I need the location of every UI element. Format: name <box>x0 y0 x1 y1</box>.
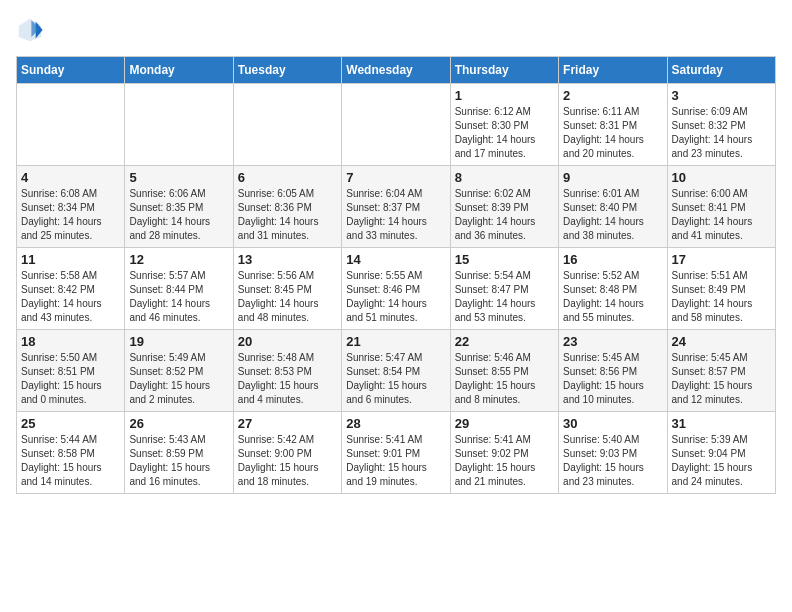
day-info: Sunrise: 5:47 AM Sunset: 8:54 PM Dayligh… <box>346 351 445 407</box>
calendar-cell: 29Sunrise: 5:41 AM Sunset: 9:02 PM Dayli… <box>450 412 558 494</box>
calendar-cell: 15Sunrise: 5:54 AM Sunset: 8:47 PM Dayli… <box>450 248 558 330</box>
day-info: Sunrise: 6:02 AM Sunset: 8:39 PM Dayligh… <box>455 187 554 243</box>
calendar-cell: 22Sunrise: 5:46 AM Sunset: 8:55 PM Dayli… <box>450 330 558 412</box>
day-number: 25 <box>21 416 120 431</box>
calendar-cell: 9Sunrise: 6:01 AM Sunset: 8:40 PM Daylig… <box>559 166 667 248</box>
day-number: 28 <box>346 416 445 431</box>
day-info: Sunrise: 5:43 AM Sunset: 8:59 PM Dayligh… <box>129 433 228 489</box>
day-info: Sunrise: 5:58 AM Sunset: 8:42 PM Dayligh… <box>21 269 120 325</box>
day-number: 24 <box>672 334 771 349</box>
weekday-header-friday: Friday <box>559 57 667 84</box>
day-number: 18 <box>21 334 120 349</box>
calendar-week-3: 11Sunrise: 5:58 AM Sunset: 8:42 PM Dayli… <box>17 248 776 330</box>
day-info: Sunrise: 6:05 AM Sunset: 8:36 PM Dayligh… <box>238 187 337 243</box>
day-number: 30 <box>563 416 662 431</box>
day-number: 29 <box>455 416 554 431</box>
day-number: 21 <box>346 334 445 349</box>
day-info: Sunrise: 6:06 AM Sunset: 8:35 PM Dayligh… <box>129 187 228 243</box>
calendar-cell: 8Sunrise: 6:02 AM Sunset: 8:39 PM Daylig… <box>450 166 558 248</box>
day-number: 15 <box>455 252 554 267</box>
day-number: 10 <box>672 170 771 185</box>
day-info: Sunrise: 5:40 AM Sunset: 9:03 PM Dayligh… <box>563 433 662 489</box>
day-number: 12 <box>129 252 228 267</box>
day-number: 8 <box>455 170 554 185</box>
weekday-header-sunday: Sunday <box>17 57 125 84</box>
day-number: 14 <box>346 252 445 267</box>
day-number: 27 <box>238 416 337 431</box>
calendar-cell <box>17 84 125 166</box>
logo-icon <box>16 16 44 44</box>
day-info: Sunrise: 5:55 AM Sunset: 8:46 PM Dayligh… <box>346 269 445 325</box>
day-info: Sunrise: 6:04 AM Sunset: 8:37 PM Dayligh… <box>346 187 445 243</box>
day-info: Sunrise: 5:44 AM Sunset: 8:58 PM Dayligh… <box>21 433 120 489</box>
calendar-cell <box>125 84 233 166</box>
calendar-cell: 4Sunrise: 6:08 AM Sunset: 8:34 PM Daylig… <box>17 166 125 248</box>
calendar-cell: 11Sunrise: 5:58 AM Sunset: 8:42 PM Dayli… <box>17 248 125 330</box>
calendar-cell: 25Sunrise: 5:44 AM Sunset: 8:58 PM Dayli… <box>17 412 125 494</box>
calendar-week-1: 1Sunrise: 6:12 AM Sunset: 8:30 PM Daylig… <box>17 84 776 166</box>
calendar-cell: 3Sunrise: 6:09 AM Sunset: 8:32 PM Daylig… <box>667 84 775 166</box>
calendar-cell: 17Sunrise: 5:51 AM Sunset: 8:49 PM Dayli… <box>667 248 775 330</box>
day-info: Sunrise: 5:57 AM Sunset: 8:44 PM Dayligh… <box>129 269 228 325</box>
calendar-cell: 23Sunrise: 5:45 AM Sunset: 8:56 PM Dayli… <box>559 330 667 412</box>
weekday-header-tuesday: Tuesday <box>233 57 341 84</box>
day-info: Sunrise: 5:48 AM Sunset: 8:53 PM Dayligh… <box>238 351 337 407</box>
calendar-cell: 19Sunrise: 5:49 AM Sunset: 8:52 PM Dayli… <box>125 330 233 412</box>
calendar-cell: 30Sunrise: 5:40 AM Sunset: 9:03 PM Dayli… <box>559 412 667 494</box>
day-number: 22 <box>455 334 554 349</box>
day-info: Sunrise: 6:00 AM Sunset: 8:41 PM Dayligh… <box>672 187 771 243</box>
calendar-cell: 26Sunrise: 5:43 AM Sunset: 8:59 PM Dayli… <box>125 412 233 494</box>
day-info: Sunrise: 6:11 AM Sunset: 8:31 PM Dayligh… <box>563 105 662 161</box>
day-number: 4 <box>21 170 120 185</box>
day-number: 6 <box>238 170 337 185</box>
day-info: Sunrise: 6:01 AM Sunset: 8:40 PM Dayligh… <box>563 187 662 243</box>
calendar-cell: 21Sunrise: 5:47 AM Sunset: 8:54 PM Dayli… <box>342 330 450 412</box>
day-number: 3 <box>672 88 771 103</box>
day-info: Sunrise: 5:45 AM Sunset: 8:57 PM Dayligh… <box>672 351 771 407</box>
day-info: Sunrise: 6:12 AM Sunset: 8:30 PM Dayligh… <box>455 105 554 161</box>
calendar-cell: 2Sunrise: 6:11 AM Sunset: 8:31 PM Daylig… <box>559 84 667 166</box>
calendar-cell: 20Sunrise: 5:48 AM Sunset: 8:53 PM Dayli… <box>233 330 341 412</box>
day-number: 26 <box>129 416 228 431</box>
weekday-header-row: SundayMondayTuesdayWednesdayThursdayFrid… <box>17 57 776 84</box>
day-number: 1 <box>455 88 554 103</box>
day-number: 2 <box>563 88 662 103</box>
day-info: Sunrise: 5:51 AM Sunset: 8:49 PM Dayligh… <box>672 269 771 325</box>
day-number: 9 <box>563 170 662 185</box>
weekday-header-saturday: Saturday <box>667 57 775 84</box>
day-info: Sunrise: 5:52 AM Sunset: 8:48 PM Dayligh… <box>563 269 662 325</box>
calendar-cell: 27Sunrise: 5:42 AM Sunset: 9:00 PM Dayli… <box>233 412 341 494</box>
calendar-cell: 10Sunrise: 6:00 AM Sunset: 8:41 PM Dayli… <box>667 166 775 248</box>
calendar-cell: 1Sunrise: 6:12 AM Sunset: 8:30 PM Daylig… <box>450 84 558 166</box>
day-info: Sunrise: 5:42 AM Sunset: 9:00 PM Dayligh… <box>238 433 337 489</box>
calendar-cell: 18Sunrise: 5:50 AM Sunset: 8:51 PM Dayli… <box>17 330 125 412</box>
calendar-week-5: 25Sunrise: 5:44 AM Sunset: 8:58 PM Dayli… <box>17 412 776 494</box>
day-number: 23 <box>563 334 662 349</box>
day-number: 5 <box>129 170 228 185</box>
day-info: Sunrise: 5:41 AM Sunset: 9:02 PM Dayligh… <box>455 433 554 489</box>
calendar-cell: 5Sunrise: 6:06 AM Sunset: 8:35 PM Daylig… <box>125 166 233 248</box>
day-number: 11 <box>21 252 120 267</box>
day-number: 7 <box>346 170 445 185</box>
calendar-cell: 31Sunrise: 5:39 AM Sunset: 9:04 PM Dayli… <box>667 412 775 494</box>
day-info: Sunrise: 5:50 AM Sunset: 8:51 PM Dayligh… <box>21 351 120 407</box>
logo <box>16 16 48 44</box>
day-info: Sunrise: 5:56 AM Sunset: 8:45 PM Dayligh… <box>238 269 337 325</box>
day-number: 13 <box>238 252 337 267</box>
weekday-header-monday: Monday <box>125 57 233 84</box>
calendar-cell: 13Sunrise: 5:56 AM Sunset: 8:45 PM Dayli… <box>233 248 341 330</box>
weekday-header-wednesday: Wednesday <box>342 57 450 84</box>
day-number: 17 <box>672 252 771 267</box>
day-number: 16 <box>563 252 662 267</box>
day-number: 20 <box>238 334 337 349</box>
calendar-cell: 28Sunrise: 5:41 AM Sunset: 9:01 PM Dayli… <box>342 412 450 494</box>
calendar-cell <box>233 84 341 166</box>
day-info: Sunrise: 5:49 AM Sunset: 8:52 PM Dayligh… <box>129 351 228 407</box>
day-info: Sunrise: 5:45 AM Sunset: 8:56 PM Dayligh… <box>563 351 662 407</box>
day-number: 31 <box>672 416 771 431</box>
calendar-cell: 7Sunrise: 6:04 AM Sunset: 8:37 PM Daylig… <box>342 166 450 248</box>
day-info: Sunrise: 5:54 AM Sunset: 8:47 PM Dayligh… <box>455 269 554 325</box>
day-info: Sunrise: 5:39 AM Sunset: 9:04 PM Dayligh… <box>672 433 771 489</box>
day-info: Sunrise: 5:41 AM Sunset: 9:01 PM Dayligh… <box>346 433 445 489</box>
calendar-week-2: 4Sunrise: 6:08 AM Sunset: 8:34 PM Daylig… <box>17 166 776 248</box>
